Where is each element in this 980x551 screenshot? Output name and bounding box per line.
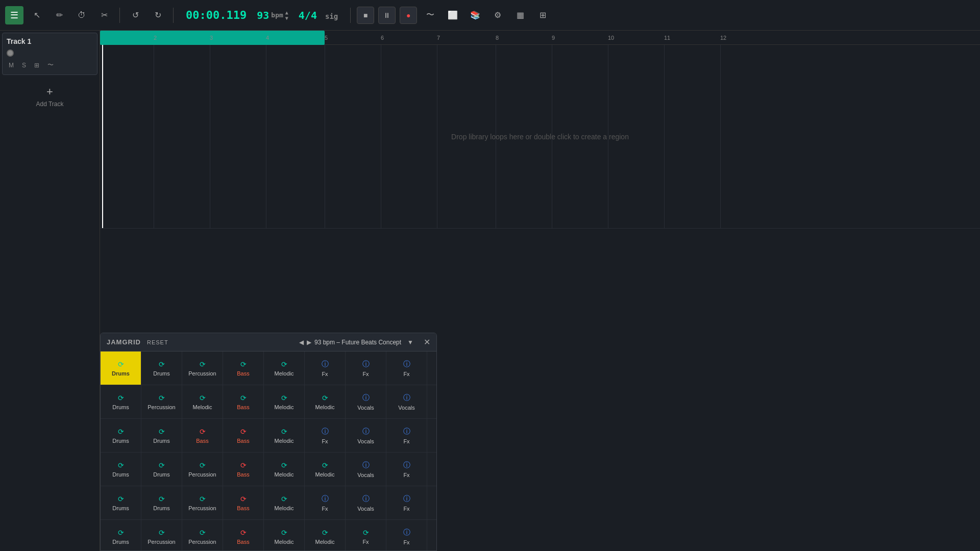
volume-knob[interactable] [7,49,14,57]
menu-button[interactable]: ☰ [5,6,23,24]
add-track-button[interactable]: + Add Track [0,77,100,116]
cell-icon-0-2: ⟳ [200,360,206,368]
jamgrid-grid: ⟳Drums⟳Drums⟳Percussion⟳Bass⟳MelodicⓘFxⓘ… [101,352,436,550]
jamgrid-cell-1-3[interactable]: ⟳Bass [223,385,264,418]
jamgrid-cell-0-2[interactable]: ⟳Percussion [182,352,223,385]
jamgrid-cell-4-7[interactable]: ⓘFx [386,486,427,519]
waveform-btn[interactable]: 〜 [421,6,439,24]
record-button[interactable]: ● [400,7,417,24]
cell-icon-1-6: ⓘ [362,393,370,403]
cell-label-1-2: Melodic [193,404,212,410]
jamgrid-cell-5-3[interactable]: ⟳Bass [223,520,264,550]
cell-icon-2-0: ⟳ [118,428,124,436]
playhead [102,45,103,228]
cell-icon-3-4: ⟳ [281,461,287,469]
jamgrid-cell-4-5[interactable]: ⓘFx [305,486,346,519]
scissors-tool[interactable]: ✂ [95,6,113,24]
solo-button[interactable]: S [20,61,28,70]
jamgrid-cell-3-7[interactable]: ⓘFx [386,453,427,486]
stop-button[interactable]: ■ [357,7,374,24]
jamgrid-cell-5-7[interactable]: ⓘFx [386,520,427,550]
jamgrid-cell-2-2[interactable]: ⟳Bass [182,419,223,452]
redo-button[interactable]: ↻ [149,6,167,24]
cell-label-5-6: Fx [362,539,369,545]
cell-label-4-2: Percussion [188,505,216,511]
jamgrid-cell-0-6[interactable]: ⓘFx [346,352,386,385]
jamgrid-cell-1-6[interactable]: ⓘVocals [346,385,386,418]
mute-button[interactable]: M [7,61,16,70]
reset-button[interactable]: RESET [147,339,168,345]
ruler-marker-6: 6 [381,35,384,41]
pencil-tool[interactable]: ✏ [50,6,68,24]
jamgrid-cell-5-5[interactable]: ⟳Melodic [305,520,346,550]
cell-label-2-3: Bass [237,438,249,444]
jamgrid-cell-1-2[interactable]: ⟳Melodic [182,385,223,418]
automation-button[interactable]: 〜 [45,60,56,70]
jamgrid-cell-2-4[interactable]: ⟳Melodic [264,419,305,452]
jamgrid-cell-2-3[interactable]: ⟳Bass [223,419,264,452]
cell-icon-0-0: ⟳ [118,360,124,368]
jamgrid-cell-2-6[interactable]: ⓘVocals [346,419,386,452]
jamgrid-cell-3-1[interactable]: ⟳Drums [141,453,182,486]
bpm-arrows[interactable]: ▲▼ [285,10,288,21]
jamgrid-row-5: ⟳Drums⟳Percussion⟳Percussion⟳Bass⟳Melodi… [101,520,436,550]
jamgrid-cell-5-0[interactable]: ⟳Drums [101,520,141,550]
track-1-lane[interactable]: Drop library loops here or double click … [100,45,980,229]
jamgrid-cell-2-0[interactable]: ⟳Drums [101,419,141,452]
jamgrid-cell-3-3[interactable]: ⟳Bass [223,453,264,486]
jamgrid-cell-0-3[interactable]: ⟳Bass [223,352,264,385]
settings-btn[interactable]: ⚙ [488,6,507,24]
cell-label-5-3: Bass [237,539,249,545]
jamgrid-cell-2-5[interactable]: ⓘFx [305,419,346,452]
jamgrid-cell-3-2[interactable]: ⟳Percussion [182,453,223,486]
jamgrid-cell-2-1[interactable]: ⟳Drums [141,419,182,452]
grid-view-button[interactable]: ⊞ [32,61,41,70]
loop-btn[interactable]: ⬜ [444,6,462,24]
jamgrid-cell-3-6[interactable]: ⓘVocals [346,453,386,486]
jamgrid-cell-1-4[interactable]: ⟳Melodic [264,385,305,418]
cell-icon-5-7: ⓘ [403,528,410,537]
jamgrid-cell-4-6[interactable]: ⓘVocals [346,486,386,519]
jamgrid-cell-0-7[interactable]: ⓘFx [386,352,427,385]
cell-label-1-6: Vocals [357,405,374,411]
jamgrid-cell-4-2[interactable]: ⟳Percussion [182,486,223,519]
jamgrid-cell-3-0[interactable]: ⟳Drums [101,453,141,486]
cell-icon-3-5: ⟳ [322,461,328,469]
cell-icon-4-4: ⟳ [281,495,287,503]
jamgrid-cell-4-3[interactable]: ⟳Bass [223,486,264,519]
preset-prev[interactable]: ◀ [299,339,304,346]
undo-button[interactable]: ↺ [126,6,144,24]
library-btn[interactable]: 📚 [466,6,484,24]
jamgrid-cell-0-0[interactable]: ⟳Drums [101,352,141,385]
jamgrid-cell-5-4[interactable]: ⟳Melodic [264,520,305,550]
pause-button[interactable]: ⏸ [378,7,396,24]
cell-label-3-4: Melodic [275,471,294,478]
jamgrid-cell-1-5[interactable]: ⟳Melodic [305,385,346,418]
jamgrid-cell-1-7[interactable]: ⓘVocals [386,385,427,418]
close-jamgrid[interactable]: ✕ [424,337,430,347]
jamgrid-cell-1-1[interactable]: ⟳Percussion [141,385,182,418]
jamgrid-cell-5-6[interactable]: ⟳Fx [346,520,386,550]
jamgrid-cell-2-7[interactable]: ⓘFx [386,419,427,452]
jamgrid-cell-4-1[interactable]: ⟳Drums [141,486,182,519]
mixer-btn[interactable]: ▦ [511,6,529,24]
cell-icon-0-7: ⓘ [403,360,410,369]
jamgrid-cell-5-2[interactable]: ⟳Percussion [182,520,223,550]
jamgrid-cell-1-0[interactable]: ⟳Drums [101,385,141,418]
timer-tool[interactable]: ⏱ [72,6,91,24]
jamgrid-cell-3-5[interactable]: ⟳Melodic [305,453,346,486]
jamgrid-cell-0-5[interactable]: ⓘFx [305,352,346,385]
preset-dropdown[interactable]: ▼ [407,339,413,346]
jamgrid-cell-5-1[interactable]: ⟳Percussion [141,520,182,550]
grid-btn[interactable]: ⊞ [533,6,552,24]
jamgrid-cell-3-4[interactable]: ⟳Melodic [264,453,305,486]
select-tool[interactable]: ↖ [28,6,46,24]
cell-icon-4-7: ⓘ [403,494,410,504]
jamgrid-cell-4-0[interactable]: ⟳Drums [101,486,141,519]
preset-next[interactable]: ▶ [307,339,311,346]
jamgrid-cell-4-4[interactable]: ⟳Melodic [264,486,305,519]
cell-label-4-6: Vocals [357,506,374,512]
cell-icon-2-3: ⟳ [240,428,247,436]
jamgrid-cell-0-4[interactable]: ⟳Melodic [264,352,305,385]
jamgrid-cell-0-1[interactable]: ⟳Drums [141,352,182,385]
